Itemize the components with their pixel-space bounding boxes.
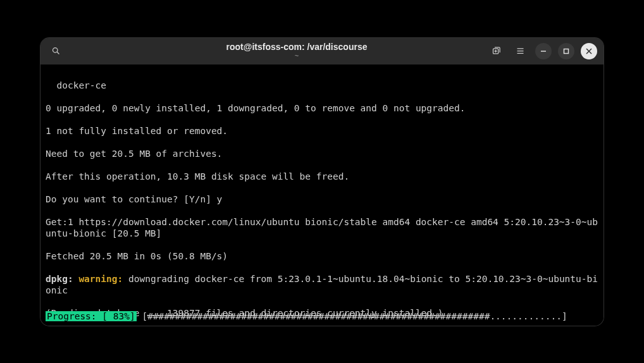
titlebar-left [47, 42, 123, 60]
titlebar: root@itsfoss-com: /var/discourse ~ [40, 38, 604, 65]
output-line: 1 not fully installed or removed. [46, 125, 598, 137]
dpkg-warning-line: dpkg: warning: downgrading docker-ce fro… [46, 273, 598, 296]
window-subtitle: ~ [123, 52, 471, 60]
progress-label: Progress: [ 83%] [46, 311, 137, 321]
warning-text: downgrading docker-ce from 5:23.0.1-1~ub… [46, 274, 598, 295]
output-line: Get:1 https://download.docker.com/linux/… [46, 216, 598, 239]
minimize-button[interactable] [535, 43, 552, 59]
search-icon[interactable] [47, 42, 65, 60]
dpkg-label: dpkg: [46, 274, 73, 284]
close-button[interactable] [581, 43, 597, 59]
svg-point-0 [53, 48, 58, 53]
output-line: Need to get 20.5 MB of archives. [46, 148, 598, 159]
titlebar-right [471, 42, 597, 60]
progress-row: Progress: [ 83%] [######################… [40, 311, 604, 322]
terminal-window: root@itsfoss-com: /var/discourse ~ docke… [40, 38, 604, 326]
menu-icon[interactable] [511, 42, 529, 60]
new-tab-icon[interactable] [487, 42, 505, 60]
terminal-output[interactable]: docker-ce 0 upgraded, 0 newly installed,… [40, 65, 604, 326]
window-title-area: root@itsfoss-com: /var/discourse ~ [123, 42, 471, 61]
output-line: docker-ce [46, 80, 598, 91]
output-line: 0 upgraded, 0 newly installed, 1 downgra… [46, 102, 598, 114]
output-line: Fetched 20.5 MB in 0s (50.8 MB/s) [46, 250, 598, 262]
maximize-button[interactable] [558, 43, 574, 59]
output-line: Do you want to continue? [Y/n] y [46, 194, 598, 205]
progress-bar: [#######################################… [137, 311, 567, 321]
window-title: root@itsfoss-com: /var/discourse [123, 42, 471, 52]
svg-line-1 [57, 52, 59, 54]
warning-label: warning: [73, 274, 123, 284]
svg-rect-9 [564, 49, 569, 53]
output-line: After this operation, 10.3 MB disk space… [46, 171, 598, 182]
